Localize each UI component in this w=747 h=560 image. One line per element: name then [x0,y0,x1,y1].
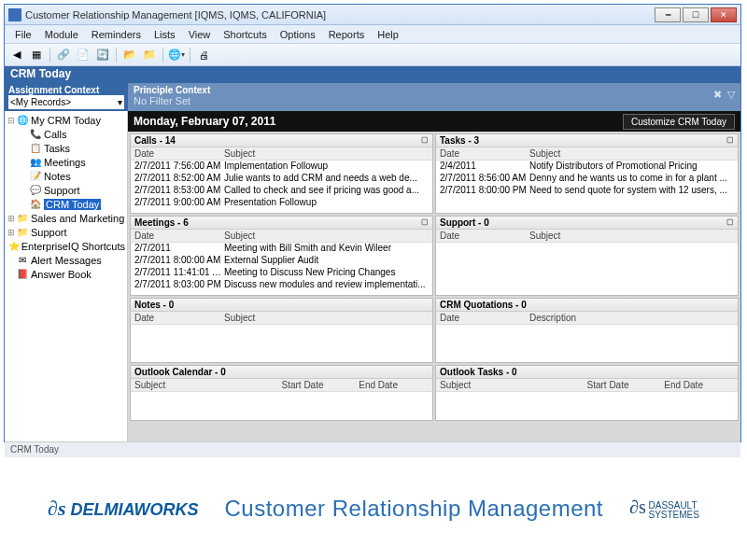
titlebar: Customer Relationship Management [IQMS, … [5,5,740,25]
tasks-col-subject: Subject [526,147,738,160]
minimize-button[interactable]: ━ [655,7,681,22]
table-row[interactable]: 2/7/2011 8:00:00 PMNeed to send quote fo… [436,185,738,197]
tree-node[interactable]: 🏠CRM Today [7,197,125,211]
menu-file[interactable]: File [8,27,38,42]
app-icon [8,8,21,21]
principle-context-label: Principle Context [134,85,735,95]
tree-node[interactable]: 💬Support [7,183,125,197]
app-window: Customer Relationship Management [IQMS, … [4,4,741,442]
calls-card: Calls - 14▢ DateSubject 2/7/2011 7:56:00… [130,133,433,214]
close-button[interactable]: ✕ [711,7,737,22]
outlook-tasks-title: Outlook Tasks - 0 [440,367,517,377]
collapse-icon[interactable]: ▢ [726,217,734,228]
table-row[interactable]: 2/4/2011Notify Distributors of Promotion… [436,161,738,173]
support-col-date: Date [436,230,526,242]
window-title: Customer Relationship Management [IQMS, … [25,9,655,21]
outlook-cal-title: Outlook Calendar - 0 [134,367,226,377]
table-row[interactable]: 2/7/2011 8:00:00 AMExternal Supplier Aud… [131,255,432,267]
table-row[interactable]: 2/7/2011 8:53:00 AMCalled to check and s… [131,185,432,197]
toolbar: ◀ ▦ 🔗 📄 🔄 📂 📁 🌐▾ 🖨 [5,44,740,66]
maximize-button[interactable]: ☐ [683,7,709,22]
outlook-tasks-col-end: End Date [660,379,738,391]
menu-reminders[interactable]: Reminders [85,27,148,42]
nav-tree: ⊟🌐My CRM Today📞Calls📋Tasks👥Meetings📝Note… [5,111,128,441]
tasks-card: Tasks - 3▢ DateSubject 2/4/2011Notify Di… [435,133,739,214]
tree-node[interactable]: 📋Tasks [7,141,125,155]
table-row[interactable]: 2/7/2011 11:41:01 AMMeeting to Discuss N… [131,267,432,279]
dassault-logo: ∂s DASSAULT SYSTEMES [629,497,699,520]
quotations-title: CRM Quotations - 0 [440,300,527,310]
notes-col-date: Date [131,312,220,324]
outlook-cal-col-end: End Date [355,379,432,391]
menu-shortcuts[interactable]: Shortcuts [217,27,273,42]
tasks-col-date: Date [436,147,526,160]
menu-view[interactable]: View [182,27,218,42]
toolbar-new-icon[interactable]: ▦ [28,47,45,63]
outlook-cal-card: Outlook Calendar - 0 SubjectStart DateEn… [130,365,433,421]
menu-module[interactable]: Module [38,27,85,42]
delmiaworks-logo: ∂s DELMIAWORKS [48,497,198,521]
toolbar-globe-icon[interactable]: 🌐▾ [168,47,185,63]
principle-context-panel: Principle Context No Filter Set ✖ ▽ [128,83,740,111]
support-col-subject: Subject [526,230,738,242]
customize-crm-button[interactable]: Customize CRM Today [623,114,735,130]
tree-node[interactable]: ⊞📁Sales and Marketing [7,211,125,225]
date-bar: Monday, February 07, 2011 Customize CRM … [128,111,740,132]
outlook-tasks-col-subject: Subject [436,379,584,391]
clear-filter-icon[interactable]: ✖ [713,89,722,101]
footer: ∂s DELMIAWORKS Customer Relationship Man… [0,457,747,560]
toolbar-folder-open-icon[interactable]: 📂 [121,47,138,63]
toolbar-print-icon[interactable]: 🖨 [195,47,212,63]
page-title: CRM Today [5,66,740,83]
tree-node[interactable]: ⊞📁Support [7,225,125,239]
menu-options[interactable]: Options [274,27,322,42]
meetings-title: Meetings - 6 [134,217,189,228]
notes-col-subject: Subject [220,312,432,324]
tasks-title: Tasks - 3 [440,135,479,146]
menu-lists[interactable]: Lists [148,27,182,42]
quotations-col-date: Date [436,312,526,324]
toolbar-doc-icon[interactable]: 📄 [75,47,92,63]
tree-node[interactable]: 📕Answer Book [7,267,125,281]
meetings-card: Meetings - 6▢ DateSubject 2/7/2011Meetin… [130,216,433,296]
notes-title: Notes - 0 [134,300,174,310]
assignment-context-dropdown[interactable]: <My Records> ▾ [8,95,124,109]
table-row[interactable]: 2/7/2011 8:52:00 AMJulie wants to add CR… [131,173,432,185]
main-panel: Monday, February 07, 2011 Customize CRM … [128,111,740,441]
calls-col-subject: Subject [220,147,432,160]
filter-icon[interactable]: ▽ [727,89,735,101]
menu-reports[interactable]: Reports [322,27,372,42]
toolbar-refresh-icon[interactable]: 🔄 [94,47,111,63]
table-row[interactable]: 2/7/2011 8:56:00 AMDenny and he wants us… [436,173,738,185]
status-text: CRM Today [10,444,59,455]
toolbar-back-icon[interactable]: ◀ [8,47,25,63]
table-row[interactable]: 2/7/2011 7:56:00 AMImplementation Follow… [131,161,432,173]
tree-node[interactable]: ✉Alert Messages [7,253,125,267]
collapse-icon[interactable]: ▢ [421,217,429,228]
quotations-col-desc: Description [526,312,738,324]
collapse-icon[interactable]: ▢ [726,135,734,146]
outlook-cal-col-start: Start Date [278,379,356,391]
table-row[interactable]: 2/7/2011Meeting with Bill Smith and Kevi… [131,243,432,255]
footer-title: Customer Relationship Management [225,496,604,522]
toolbar-link-icon[interactable]: 🔗 [55,47,72,63]
tree-node[interactable]: ⊟🌐My CRM Today [7,113,125,127]
table-row[interactable]: 2/7/2011 8:03:00 PMDiscuss new modules a… [131,279,432,291]
table-row[interactable]: 2/7/2011 9:00:00 AMPresentation Followup [131,197,432,209]
support-title: Support - 0 [440,217,489,228]
meetings-col-date: Date [131,230,220,242]
tree-node[interactable]: 📞Calls [7,127,125,141]
menu-help[interactable]: Help [371,27,405,42]
calls-col-date: Date [131,147,220,160]
collapse-icon[interactable]: ▢ [421,135,429,146]
status-bar: CRM Today [5,441,740,458]
tree-node[interactable]: 📝Notes [7,169,125,183]
tree-node[interactable]: 👥Meetings [7,155,125,169]
quotations-card: CRM Quotations - 0 DateDescription [435,298,739,363]
assignment-context-label: Assignment Context [8,85,124,95]
assignment-context-panel: Assignment Context <My Records> ▾ [5,83,128,111]
toolbar-folder-icon[interactable]: 📁 [141,47,158,63]
outlook-cal-col-subject: Subject [131,379,278,391]
principle-context-value: No Filter Set [134,95,735,106]
tree-node[interactable]: ⭐EnterpriseIQ Shortcuts [7,239,125,253]
